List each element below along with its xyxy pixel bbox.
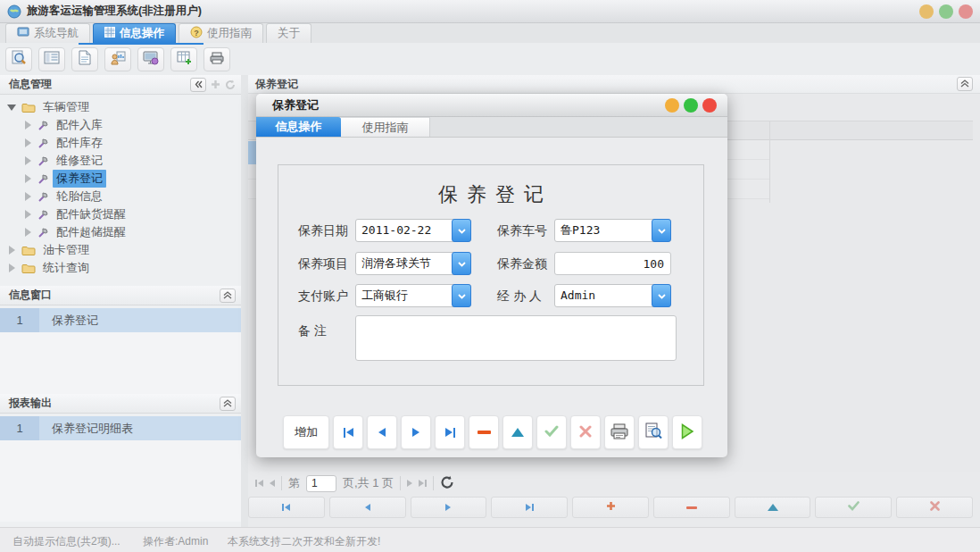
list-item[interactable]: 1 保养登记明细表	[0, 416, 241, 440]
maintenance-date-combo[interactable]: 2011-02-22	[355, 219, 471, 242]
dialog-content: 保养登记 保养日期 2011-02-22 保养车号 鲁P123 保养项目	[256, 138, 727, 457]
table-add-button[interactable]	[170, 47, 197, 71]
cross-icon	[579, 425, 592, 440]
operator-combo[interactable]: Admin	[554, 284, 671, 307]
folder-icon	[21, 245, 36, 256]
tree-node-tire-info[interactable]: 轮胎信息	[0, 188, 241, 205]
refresh-icon[interactable]	[225, 79, 236, 90]
next-record-button[interactable]	[401, 415, 431, 449]
dialog-title-bar[interactable]: 保养登记	[256, 94, 727, 117]
nav-confirm-button[interactable]	[815, 497, 892, 518]
nav-add-button[interactable]	[572, 497, 649, 518]
collapse-panel-button[interactable]	[220, 289, 236, 303]
tree-node-statistics-query[interactable]: 统计查询	[0, 259, 241, 277]
collapse-arrow-icon[interactable]	[23, 174, 32, 183]
printer-button[interactable]	[203, 47, 230, 71]
run-button[interactable]	[672, 415, 702, 449]
dialog-tab-user-guide[interactable]: 使用指南	[341, 117, 430, 137]
collapse-arrow-icon[interactable]	[7, 246, 16, 255]
expand-arrow-icon[interactable]	[7, 105, 16, 111]
page-last-button[interactable]	[419, 480, 427, 487]
nav-delete-button[interactable]	[653, 497, 730, 518]
payment-account-combo[interactable]: 工商银行	[355, 284, 471, 307]
tab-system-nav[interactable]: 系统导航	[5, 23, 90, 43]
document-button[interactable]	[71, 47, 98, 71]
add-icon[interactable]	[211, 79, 220, 89]
maintenance-item-combo[interactable]: 润滑各球关节	[355, 252, 471, 275]
search-button[interactable]	[5, 47, 32, 71]
confirm-button[interactable]	[536, 415, 567, 449]
tree-node-vehicle-mgmt[interactable]: 车辆管理	[0, 98, 241, 116]
edit-record-button[interactable]	[502, 415, 533, 449]
tree-node-parts-inbound[interactable]: 配件入库	[0, 116, 241, 134]
dropdown-button[interactable]	[452, 219, 471, 242]
first-record-button[interactable]	[333, 415, 363, 449]
remark-textarea[interactable]	[355, 315, 677, 361]
monitor-globe-icon	[143, 51, 159, 68]
refresh-button[interactable]	[440, 475, 454, 492]
last-record-button[interactable]	[435, 415, 465, 449]
cancel-button[interactable]	[570, 415, 601, 449]
dialog-minimize-button[interactable]	[665, 98, 679, 113]
nav-first-button[interactable]	[248, 497, 325, 518]
form-view-button[interactable]	[38, 47, 65, 71]
print-button[interactable]	[604, 415, 635, 449]
close-button[interactable]	[959, 4, 973, 19]
tree-node-fuel-card-mgmt[interactable]: 油卡管理	[0, 241, 241, 259]
tree-node-parts-stock[interactable]: 配件库存	[0, 134, 241, 152]
dialog-tab-info-operation[interactable]: 信息操作	[256, 117, 341, 137]
nav-prev-button[interactable]	[329, 497, 406, 518]
nav-next-button[interactable]	[411, 497, 487, 518]
nav-cancel-button[interactable]	[896, 497, 973, 518]
minimize-button[interactable]	[919, 4, 934, 19]
page-next-button[interactable]	[407, 480, 412, 487]
collapse-arrow-icon[interactable]	[23, 138, 32, 147]
selected-tree-item: 保养登记	[53, 170, 106, 188]
prev-record-button[interactable]	[367, 415, 397, 449]
dropdown-button[interactable]	[652, 284, 671, 307]
tree-node-maintenance-register[interactable]: 保养登记	[0, 170, 241, 188]
tree-node-repair-register[interactable]: 维修登记	[0, 152, 241, 170]
dropdown-button[interactable]	[452, 284, 471, 307]
dialog-maximize-button[interactable]	[684, 98, 698, 113]
print-preview-button[interactable]	[638, 415, 669, 449]
collapse-arrow-icon[interactable]	[23, 156, 32, 165]
collapse-arrow-icon[interactable]	[23, 192, 32, 201]
user-report-button[interactable]	[104, 47, 131, 71]
collapse-main-button[interactable]	[957, 77, 973, 91]
dialog-window-controls	[665, 98, 717, 113]
field-label-item: 保养项目	[298, 256, 348, 272]
amount-input[interactable]: 100	[554, 252, 671, 275]
collapse-arrow-icon[interactable]	[7, 263, 16, 272]
collapse-arrow-icon[interactable]	[23, 228, 32, 237]
page-number-input[interactable]	[306, 475, 336, 492]
dropdown-button[interactable]	[452, 252, 471, 275]
page-prev-button[interactable]	[270, 480, 275, 487]
delete-record-button[interactable]	[469, 415, 499, 449]
maximize-button[interactable]	[939, 4, 953, 19]
tab-user-guide[interactable]: ? 使用指南	[179, 23, 263, 43]
add-button[interactable]: 增加	[283, 415, 329, 449]
form-box: 保养登记 保养日期 2011-02-22 保养车号 鲁P123 保养项目	[278, 164, 704, 386]
tree-node-parts-shortage[interactable]: 配件缺货提醒	[0, 205, 241, 223]
tree-node-parts-overstock[interactable]: 配件超储提醒	[0, 223, 241, 241]
collapse-sidebar-button[interactable]	[190, 78, 206, 92]
dialog-close-button[interactable]	[702, 98, 717, 113]
sidebar-splitter[interactable]	[241, 75, 248, 527]
up-triangle-icon	[768, 504, 778, 511]
nav-edit-button[interactable]	[735, 497, 811, 518]
collapse-arrow-icon[interactable]	[23, 210, 32, 219]
monitor-globe-button[interactable]	[137, 47, 164, 71]
info-mgmt-title: 信息管理	[9, 77, 52, 92]
tab-info-operation[interactable]: 信息操作	[93, 23, 176, 43]
list-item[interactable]: 1 保养登记	[0, 308, 241, 332]
collapse-panel-button[interactable]	[220, 397, 236, 411]
vehicle-number-combo[interactable]: 鲁P123	[554, 219, 671, 242]
nav-last-button[interactable]	[491, 497, 568, 518]
print-preview-icon	[645, 422, 662, 442]
page-first-button[interactable]	[255, 480, 263, 487]
tab-about[interactable]: 关于	[266, 23, 311, 43]
collapse-arrow-icon[interactable]	[23, 121, 32, 130]
next-icon	[412, 428, 419, 437]
dropdown-button[interactable]	[652, 219, 671, 242]
